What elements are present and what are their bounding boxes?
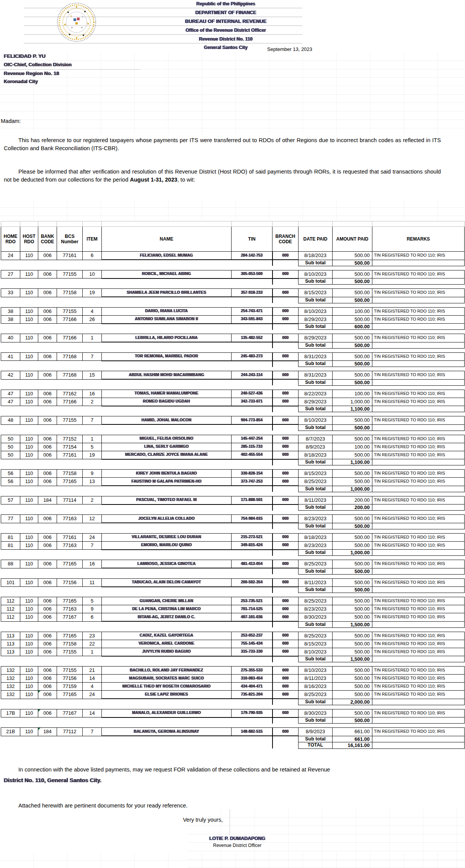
- cell-host-rdo: 110: [20, 451, 38, 459]
- cell-blank: [232, 742, 272, 748]
- cell-remarks-empty: [372, 736, 465, 742]
- cell-home-rdo: 48: [1, 416, 20, 425]
- cell-host-rdo: 110: [20, 252, 38, 260]
- cell-bcs-number: 77162: [57, 390, 83, 398]
- cell-blank: [1, 379, 232, 385]
- cell-date-paid: 8/10/2023: [299, 270, 333, 278]
- cell-blank: [1, 523, 232, 529]
- cell-home-rdo: 101: [1, 578, 20, 587]
- grid-cell: [232, 221, 272, 227]
- cell-date-paid: 8/18/2023: [299, 252, 333, 260]
- subtotal-row: Sub total500.00: [1, 424, 465, 431]
- cell-subtotal-label: Sub total: [299, 717, 333, 724]
- cell-date-paid: 8/25/2023: [299, 560, 333, 568]
- cell-blank: [272, 342, 299, 348]
- cell-subtotal-label: Sub total: [299, 621, 333, 627]
- cell-blank: [232, 486, 272, 492]
- cell-bcs-number: 77166: [57, 315, 83, 324]
- subtotal-row: Sub total1,100.00: [1, 459, 465, 465]
- cell-bcs-number: 77168: [57, 371, 83, 380]
- cell-tin: 284-142-753: [232, 252, 272, 260]
- subtotal-row: Sub total500.00: [1, 260, 465, 266]
- cell-home-rdo: 113: [1, 640, 20, 648]
- cell-bcs-number: 77161: [57, 252, 83, 260]
- cell-blank: [272, 260, 299, 266]
- cell-blank: [1, 656, 232, 662]
- payments-table: HOME RDOHOST RDOBANK CODEBCS NumberITEMN…: [1, 221, 465, 749]
- cell-blank: [232, 656, 272, 662]
- cell-amount-paid: 500.00: [333, 597, 372, 605]
- cell-blank: [1, 412, 465, 416]
- body-paragraph-2-period: August 1-31, 2023: [130, 177, 177, 183]
- cell-date-paid: 8/15/2023: [299, 640, 333, 648]
- cell-branch-code: 000: [272, 541, 299, 550]
- subtotal-row: Sub total661.00: [1, 736, 465, 742]
- cell-name: FAUSTINO M GALAPA PATRIMEN-HO: [102, 478, 232, 486]
- cell-bcs-number: 77158: [57, 289, 83, 297]
- cell-host-rdo: 110: [20, 640, 38, 648]
- cell-bank-code: 006: [38, 533, 57, 541]
- cell-blank: [272, 486, 299, 492]
- cell-tin: 253-735-521: [232, 597, 272, 605]
- cell-bank-code: 006: [38, 597, 57, 605]
- payment-row: 24110006771616FELICIANO, EDSEL MUMAG284-…: [1, 252, 465, 260]
- cell-remarks-empty: [372, 504, 465, 511]
- grid-cell: [57, 221, 83, 227]
- cell-name: ROMEO BAGIDU UGDAH: [102, 398, 232, 406]
- spacer-row: [1, 529, 465, 533]
- spacer-row: [1, 266, 465, 270]
- cell-remarks: TIN REGISTERED TO RDO 110; IRIS: [372, 515, 465, 523]
- cell-tin: 171-888-501: [232, 496, 272, 504]
- body-paragraph-2-tail: , to wit:: [177, 177, 195, 183]
- cell-home-rdo: 27: [1, 270, 20, 278]
- grid-rule-vertical: [230, 809, 230, 835]
- cell-subtotal-label: Sub total: [299, 424, 333, 431]
- cell-tin: 904-773-854: [232, 416, 272, 425]
- cell-item: 2: [83, 398, 102, 406]
- cell-name: MICHELLE THEO MY ROSETH COMAROSARIO: [102, 683, 232, 691]
- payment-row: 1321100067715614MAGSUBARI, SOCRATES MARC…: [1, 675, 465, 683]
- cell-subtotal-amount: 500.00: [333, 297, 372, 303]
- cell-name: MAGSUBARI, SOCRATES MARC SUICO: [102, 675, 232, 683]
- payment-row: 112110006771639DE LA PENA, CRISTINA LIM …: [1, 605, 465, 613]
- cell-remarks: TIN REGISTERED TO RDO 110; IRIS: [372, 390, 465, 398]
- cell-tin: 145-447-254: [232, 435, 272, 443]
- cell-bank-code: 006: [38, 307, 57, 315]
- cell-subtotal-amount: 500.00: [333, 587, 372, 593]
- cell-home-rdo: 42: [1, 371, 20, 380]
- addressee-position: OIC-Chief, Collection Division: [4, 62, 72, 68]
- cell-blank: [232, 568, 272, 574]
- cell-amount-paid: 500.00: [333, 541, 372, 550]
- cell-tin: 200-502-354: [232, 578, 272, 587]
- cell-blank: [1, 330, 465, 334]
- cell-branch-code: 000: [272, 515, 299, 523]
- cell-name: KIREY JOHN BENTULA BAGUIO: [102, 470, 232, 478]
- cell-tin: 244-243-114: [232, 371, 272, 380]
- cell-tin: 754-984-015: [232, 515, 272, 523]
- grid-cell: [333, 221, 372, 227]
- cell-branch-code: 000: [272, 667, 299, 675]
- cell-name: SHAMIELA JEEM PARCILLO BRILLANTES: [102, 289, 232, 297]
- cell-bcs-number: 77158: [57, 640, 83, 648]
- cell-name: CADIZ, KAZEL GAYORTEGA: [102, 632, 232, 640]
- cell-blank: [272, 699, 299, 705]
- cell-item: 9: [83, 605, 102, 613]
- payment-row: 1321100067715521BACHILLO, ROLAND JAY FER…: [1, 667, 465, 675]
- grid-cell: [20, 221, 38, 227]
- cell-name: JOCELYN ALLELIA COLLADO: [102, 515, 232, 523]
- addressee-name: FELICIDAD P. YU: [4, 53, 46, 59]
- cell-tin: 373-747-253: [232, 478, 272, 486]
- cell-item: 14: [83, 709, 102, 717]
- letterhead-line-district: Revenue District No. 110: [130, 36, 321, 42]
- cell-subtotal-label: Sub total: [299, 297, 333, 303]
- cell-bcs-number: 77158: [57, 470, 83, 478]
- cell-bcs-number: 77165: [57, 691, 83, 699]
- closing-paragraph: In connection with the above listed paym…: [4, 764, 441, 786]
- cell-item: 24: [83, 691, 102, 699]
- payment-row: 57110184771142PASCUAL, TIMOTEO RAFAEL II…: [1, 496, 465, 504]
- cell-tin: 357-918-233: [232, 289, 272, 297]
- cell-blank: [272, 459, 299, 465]
- cell-bcs-number: 77167: [57, 613, 83, 622]
- cell-tin: 349-815-424: [232, 541, 272, 550]
- cell-bcs-number: 77154: [57, 443, 83, 451]
